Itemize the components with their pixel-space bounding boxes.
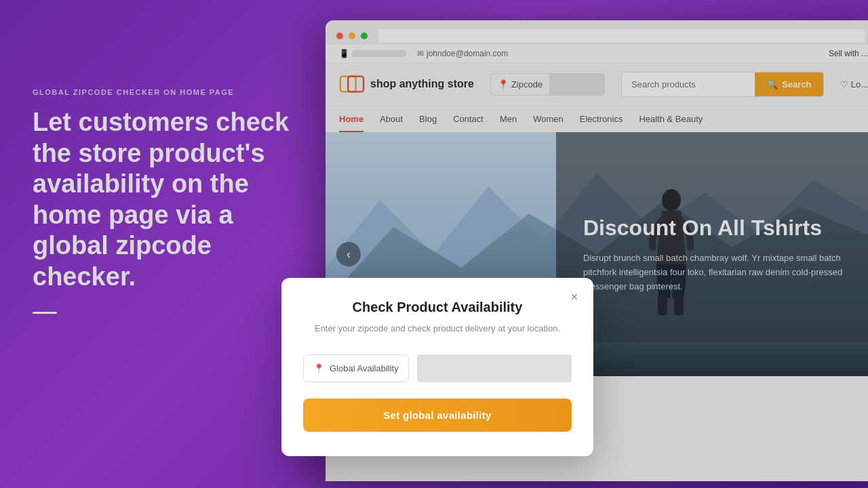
modal-subtitle: Enter your zipcode and check product del…: [303, 322, 572, 336]
set-availability-button[interactable]: Set global availability: [303, 399, 572, 432]
availability-modal: × Check Product Availability Enter your …: [281, 278, 593, 456]
location-pin-icon: 📍: [313, 363, 324, 373]
zipcode-field[interactable]: •• ••••••: [417, 354, 572, 382]
modal-form: 📍 Global Availability •• ••••••: [303, 354, 572, 382]
close-button[interactable]: ×: [566, 289, 583, 305]
modal-title: Check Product Availability: [303, 300, 572, 315]
availability-select[interactable]: 📍 Global Availability: [303, 354, 409, 382]
